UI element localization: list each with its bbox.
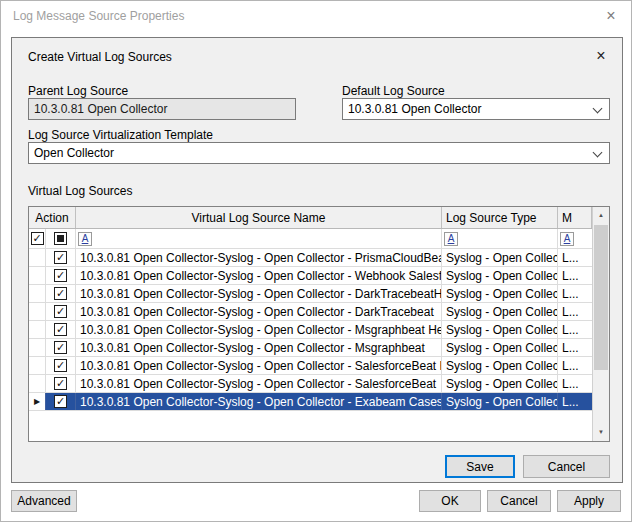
default-log-source-select[interactable]: 10.3.0.81 Open Collector: [342, 98, 610, 120]
check-icon: ✓: [56, 396, 65, 407]
row-name: 10.3.0.81 Open Collector-Syslog - Open C…: [76, 339, 442, 356]
row-checkbox[interactable]: ✓: [54, 341, 67, 354]
row-marker-cell: [29, 267, 46, 284]
table-grid: Action Virtual Log Source Name Log Sourc…: [29, 207, 592, 411]
table-header-row: Action Virtual Log Source Name Log Sourc…: [29, 207, 592, 229]
indeterminate-checkbox[interactable]: [54, 232, 67, 245]
save-button[interactable]: Save: [445, 455, 515, 478]
filter-marker-cell: ✓: [29, 229, 46, 248]
row-marker-cell: [29, 303, 46, 320]
create-virtual-log-sources-dialog: Create Virtual Log Sources × Parent Log …: [11, 37, 623, 483]
row-name: 10.3.0.81 Open Collector-Syslog - Open C…: [76, 357, 442, 374]
filter-icon[interactable]: A: [78, 232, 92, 246]
row-marker-cell: [29, 339, 46, 356]
row-checkbox[interactable]: ✓: [54, 287, 67, 300]
dialog-close-icon[interactable]: ×: [590, 45, 612, 67]
row-type: Syslog - Open Collect...: [442, 249, 558, 266]
default-log-source-label: Default Log Source: [342, 84, 445, 98]
check-icon: ✓: [56, 306, 65, 317]
row-type: Syslog - Open Collect...: [442, 267, 558, 284]
dialog-title: Create Virtual Log Sources: [28, 50, 172, 64]
virtual-log-sources-label: Virtual Log Sources: [28, 184, 133, 198]
ok-button[interactable]: OK: [419, 490, 481, 512]
row-action-cell: ✓: [46, 321, 76, 338]
row-marker-cell: [29, 357, 46, 374]
table-row[interactable]: ✓ 10.3.0.81 Open Collector-Syslog - Open…: [29, 285, 592, 303]
filter-name-cell: A: [76, 229, 442, 248]
row-type: Syslog - Open Collect...: [442, 303, 558, 320]
row-type: Syslog - Open Collect...: [442, 339, 558, 356]
check-icon: ✓: [32, 233, 41, 244]
table-row[interactable]: ✓ 10.3.0.81 Open Collector-Syslog - Open…: [29, 303, 592, 321]
row-type: Syslog - Open Collect...: [442, 375, 558, 392]
row-checkbox[interactable]: ✓: [54, 359, 67, 372]
row-m: L...: [558, 375, 592, 392]
check-icon: ✓: [56, 288, 65, 299]
row-action-cell: ✓: [46, 303, 76, 320]
row-action-cell: ✓: [46, 249, 76, 266]
apply-button[interactable]: Apply: [557, 490, 621, 512]
filter-m-cell: A: [558, 229, 592, 248]
row-name: 10.3.0.81 Open Collector-Syslog - Open C…: [76, 285, 442, 302]
filter-action-cell: [46, 229, 76, 248]
row-name: 10.3.0.81 Open Collector-Syslog - Open C…: [76, 303, 442, 320]
row-m: L...: [558, 393, 592, 410]
scrollbar-thumb[interactable]: [594, 225, 608, 370]
row-marker-cell: [29, 249, 46, 266]
row-name: 10.3.0.81 Open Collector-Syslog - Open C…: [76, 393, 442, 410]
row-name: 10.3.0.81 Open Collector-Syslog - Open C…: [76, 375, 442, 392]
row-type: Syslog - Open Collect...: [442, 393, 558, 410]
col-header-m[interactable]: M: [558, 207, 592, 228]
chevron-down-icon: [593, 148, 603, 158]
table-row[interactable]: ✓ 10.3.0.81 Open Collector-Syslog - Open…: [29, 321, 592, 339]
table-row[interactable]: ✓ 10.3.0.81 Open Collector-Syslog - Open…: [29, 339, 592, 357]
table-row[interactable]: ✓ 10.3.0.81 Open Collector-Syslog - Open…: [29, 375, 592, 393]
cancel-button[interactable]: Cancel: [487, 490, 551, 512]
scroll-up-icon[interactable]: ▲: [593, 207, 609, 224]
row-checkbox[interactable]: ✓: [54, 377, 67, 390]
log-message-source-properties-window: Log Message Source Properties × Create V…: [0, 0, 632, 522]
vertical-scrollbar[interactable]: ▲ ▼: [592, 207, 609, 441]
table-row[interactable]: ✓ 10.3.0.81 Open Collector-Syslog - Open…: [29, 357, 592, 375]
row-m: L...: [558, 321, 592, 338]
row-type: Syslog - Open Collect...: [442, 285, 558, 302]
table-row[interactable]: ✓ 10.3.0.81 Open Collector-Syslog - Open…: [29, 249, 592, 267]
template-select[interactable]: Open Collector: [28, 142, 610, 164]
window-titlebar: Log Message Source Properties ×: [1, 1, 631, 31]
row-checkbox[interactable]: ✓: [54, 323, 67, 336]
parent-log-source-field[interactable]: 10.3.0.81 Open Collector: [28, 98, 296, 120]
row-action-cell: ✓: [46, 267, 76, 284]
row-action-cell: ✓: [46, 285, 76, 302]
row-m: L...: [558, 285, 592, 302]
row-name: 10.3.0.81 Open Collector-Syslog - Open C…: [76, 267, 442, 284]
row-m: L...: [558, 303, 592, 320]
dialog-cancel-button[interactable]: Cancel: [523, 455, 610, 478]
window-close-icon[interactable]: ×: [599, 5, 623, 27]
row-checkbox[interactable]: ✓: [54, 395, 67, 408]
check-icon: ✓: [56, 378, 65, 389]
row-action-cell: ✓: [46, 393, 76, 410]
row-marker-cell: [29, 321, 46, 338]
filter-icon[interactable]: A: [560, 232, 574, 246]
current-row-marker-icon: ▶: [34, 397, 40, 406]
table-row-selected[interactable]: ▶ ✓ 10.3.0.81 Open Collector-Syslog - Op…: [29, 393, 592, 411]
filter-row: ✓ A A A: [29, 229, 592, 249]
advanced-button[interactable]: Advanced: [11, 490, 77, 512]
row-checkbox[interactable]: ✓: [54, 251, 67, 264]
default-log-source-value: 10.3.0.81 Open Collector: [348, 102, 481, 116]
row-m: L...: [558, 249, 592, 266]
filter-icon[interactable]: A: [444, 232, 458, 246]
col-header-name[interactable]: Virtual Log Source Name: [76, 207, 442, 228]
col-header-type[interactable]: Log Source Type: [442, 207, 558, 228]
scroll-down-icon[interactable]: ▼: [593, 424, 609, 441]
check-icon: ✓: [56, 360, 65, 371]
row-m: L...: [558, 357, 592, 374]
row-checkbox[interactable]: ✓: [54, 269, 67, 282]
row-name: 10.3.0.81 Open Collector-Syslog - Open C…: [76, 321, 442, 338]
row-type: Syslog - Open Collect...: [442, 321, 558, 338]
row-checkbox[interactable]: ✓: [54, 305, 67, 318]
table-row[interactable]: ✓ 10.3.0.81 Open Collector-Syslog - Open…: [29, 267, 592, 285]
col-header-action[interactable]: Action: [29, 207, 76, 228]
row-action-cell: ✓: [46, 339, 76, 356]
select-all-checkbox[interactable]: ✓: [31, 232, 44, 245]
